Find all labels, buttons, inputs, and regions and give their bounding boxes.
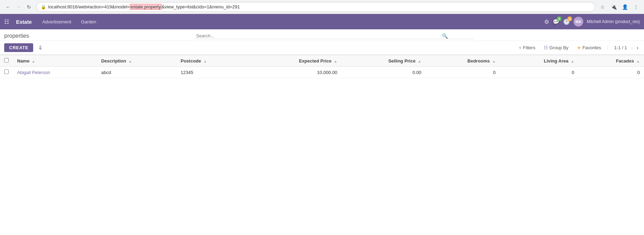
favorites-icon: ★ xyxy=(577,45,581,50)
profile-button[interactable]: 👤 xyxy=(620,2,629,12)
header-postcode-label: Postcode xyxy=(180,58,201,64)
row-postcode: 12345 xyxy=(176,67,246,78)
header-selling-price[interactable]: Selling Price ▲ xyxy=(341,55,425,67)
search-icon[interactable]: 🔍 xyxy=(442,33,448,39)
filter-group: ▿ Filters ☷ Group By ★ Favorites xyxy=(517,44,603,52)
chat-icon[interactable]: 💬 5 xyxy=(553,19,560,25)
pagination-buttons: ‹ › xyxy=(630,44,640,51)
chat-badge: 5 xyxy=(557,16,562,21)
user-name[interactable]: Mitchell Admin (product_res) xyxy=(587,19,640,24)
header-bedrooms-label: Bedrooms xyxy=(467,58,490,64)
row-checkbox-cell xyxy=(0,67,13,78)
row-bedrooms: 0 xyxy=(425,67,500,78)
filters-label: Filters xyxy=(523,45,535,50)
browser-chrome: ← → ↻ 🔒 localhost:8016/web#action=419&mo… xyxy=(0,0,644,14)
sort-postcode-icon: ▲ xyxy=(203,59,207,63)
row-facades: 0 xyxy=(578,67,644,78)
header-description[interactable]: Description ▲ xyxy=(97,55,177,67)
header-checkbox-col xyxy=(0,55,13,67)
action-row: CREATE ⇓ ▿ Filters ☷ Group By ★ Favorite… xyxy=(0,41,644,55)
row-selling-price: 0.00 xyxy=(341,67,425,78)
header-name[interactable]: Name ▲ xyxy=(13,55,97,67)
url-security-icon: 🔒 xyxy=(41,5,46,9)
browser-nav-buttons: ← → ↻ xyxy=(3,2,34,12)
url-suffix: &view_type=list&cids=1&menu_id=291 xyxy=(162,4,240,9)
sort-expected-price-icon: ▲ xyxy=(334,59,337,63)
table-header: Name ▲ Description ▲ Postcode ▲ Expected… xyxy=(0,55,644,67)
page-title: properties xyxy=(4,33,29,39)
main-content: properties 🔍 CREATE ⇓ ▿ Filters ☷ Group … xyxy=(0,29,644,78)
grid-icon[interactable]: ☷ xyxy=(4,19,9,25)
header-name-label: Name xyxy=(17,58,29,64)
next-page-button[interactable]: › xyxy=(635,44,640,51)
header-facades[interactable]: Facades ▲ xyxy=(578,55,644,67)
browser-right-icons: ☆ 🔌 👤 ⋮ xyxy=(598,2,641,12)
back-button[interactable]: ← xyxy=(3,2,13,12)
navbar-garden[interactable]: Garden xyxy=(79,18,98,26)
row-checkbox[interactable] xyxy=(4,69,9,74)
navbar-advertisement[interactable]: Advertisement xyxy=(40,18,73,26)
row-expected-price: 10,000.00 xyxy=(247,67,342,78)
app-navbar: ☷ Estate Advertisement Garden ⚙ 💬 5 🕐 4 … xyxy=(0,14,644,29)
header-row: Name ▲ Description ▲ Postcode ▲ Expected… xyxy=(0,55,644,67)
prev-page-button[interactable]: ‹ xyxy=(630,44,634,51)
select-all-checkbox[interactable] xyxy=(4,58,9,63)
header-expected-price[interactable]: Expected Price ▲ xyxy=(247,55,342,67)
search-container: 🔍 xyxy=(195,33,474,39)
properties-table: Name ▲ Description ▲ Postcode ▲ Expected… xyxy=(0,55,644,78)
header-living-area[interactable]: Living Area ▲ xyxy=(500,55,578,67)
favorites-button[interactable]: ★ Favorites xyxy=(575,44,603,52)
row-description: abcd xyxy=(97,67,177,78)
updates-badge: 4 xyxy=(567,16,572,21)
clock-icon[interactable]: 🕐 4 xyxy=(563,19,570,25)
avatar[interactable]: MA xyxy=(573,17,583,27)
favorites-label: Favorites xyxy=(583,45,601,50)
sort-living-area-icon: ▲ xyxy=(571,59,574,63)
header-postcode[interactable]: Postcode ▲ xyxy=(176,55,246,67)
row-name: Abigail Peterson xyxy=(13,67,97,78)
forward-button[interactable]: → xyxy=(14,2,23,12)
header-facades-label: Facades xyxy=(616,58,634,64)
header-expected-price-label: Expected Price xyxy=(299,58,331,64)
sort-description-icon: ▲ xyxy=(128,59,132,63)
group-by-icon: ☷ xyxy=(544,45,548,50)
group-by-button[interactable]: ☷ Group By xyxy=(542,44,571,52)
row-living-area: 0 xyxy=(500,67,578,78)
create-button[interactable]: CREATE xyxy=(4,43,33,52)
bookmark-button[interactable]: ☆ xyxy=(598,2,607,12)
app-name: Estate xyxy=(16,19,32,25)
address-bar[interactable]: 🔒 localhost:8016/web#action=419&model=es… xyxy=(36,2,595,12)
header-living-area-label: Living Area xyxy=(544,58,568,64)
title-search-row: properties 🔍 xyxy=(0,29,644,41)
extensions-button[interactable]: 🔌 xyxy=(609,2,618,12)
reload-button[interactable]: ↻ xyxy=(24,2,34,12)
table-body: Abigail Peterson abcd 12345 10,000.00 0.… xyxy=(0,67,644,78)
pagination-info: 1-1 / 1 xyxy=(614,45,627,50)
download-button[interactable]: ⇓ xyxy=(36,43,45,52)
row-name-link[interactable]: Abigail Peterson xyxy=(17,70,50,75)
header-description-label: Description xyxy=(101,58,126,64)
filters-button[interactable]: ▿ Filters xyxy=(517,44,537,52)
search-input[interactable] xyxy=(196,33,441,38)
url-text: localhost:8016/web#action=419&model=esta… xyxy=(48,4,591,9)
sort-name-icon: ▲ xyxy=(32,59,35,63)
navbar-right-section: ⚙ 💬 5 🕐 4 MA Mitchell Admin (product_res… xyxy=(544,17,640,27)
url-model-highlight: estate.property xyxy=(130,4,162,10)
sort-facades-icon: ▲ xyxy=(636,59,640,63)
sort-selling-price-icon: ▲ xyxy=(418,59,421,63)
filter-icon: ▿ xyxy=(519,45,521,50)
url-prefix: localhost:8016/web#action=419&model= xyxy=(48,4,130,9)
header-bedrooms[interactable]: Bedrooms ▲ xyxy=(425,55,500,67)
settings-icon[interactable]: ⚙ xyxy=(544,19,549,25)
menu-button[interactable]: ⋮ xyxy=(631,2,641,12)
separator: | xyxy=(607,45,608,50)
header-selling-price-label: Selling Price xyxy=(388,58,415,64)
sort-bedrooms-icon: ▲ xyxy=(492,59,496,63)
group-by-label: Group By xyxy=(549,45,569,50)
table-row: Abigail Peterson abcd 12345 10,000.00 0.… xyxy=(0,67,644,78)
